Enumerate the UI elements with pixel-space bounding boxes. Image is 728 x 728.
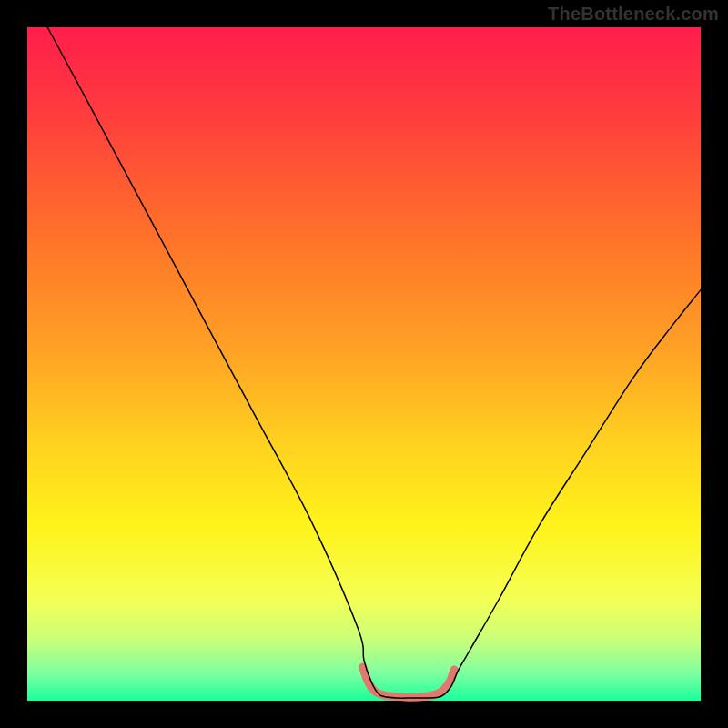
chart-frame: TheBottleneck.com <box>0 0 728 728</box>
watermark-text: TheBottleneck.com <box>548 4 719 25</box>
bottleneck-curve-chart <box>0 0 728 728</box>
gradient-background <box>27 27 701 701</box>
